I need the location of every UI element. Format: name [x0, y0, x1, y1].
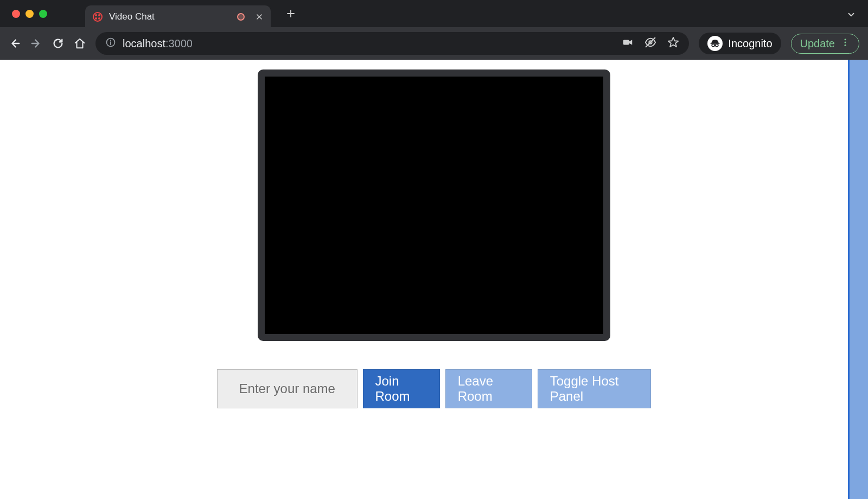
window-controls — [0, 10, 47, 18]
recording-indicator-icon — [237, 13, 245, 21]
name-input[interactable] — [218, 381, 357, 396]
name-input-wrapper — [217, 369, 358, 408]
window-minimize-button[interactable] — [25, 10, 34, 18]
page-viewport: Join Room Leave Room Toggle Host Panel — [0, 60, 868, 499]
update-label: Update — [800, 37, 835, 50]
address-bar[interactable]: localhost:3000 — [95, 32, 689, 55]
site-info-icon[interactable] — [105, 37, 116, 50]
incognito-icon — [707, 36, 723, 51]
incognito-label: Incognito — [728, 37, 772, 50]
svg-point-8 — [845, 44, 846, 46]
tab-favicon-icon — [93, 12, 103, 22]
close-tab-button[interactable] — [256, 13, 263, 21]
tab-list-dropdown[interactable] — [846, 10, 856, 22]
new-tab-button[interactable] — [286, 9, 296, 18]
svg-point-7 — [845, 41, 846, 43]
browser-toolbar: localhost:3000 Incognito Update — [0, 27, 868, 60]
svg-point-1 — [110, 40, 111, 41]
side-panel-strip[interactable] — [850, 60, 868, 499]
svg-point-6 — [845, 39, 846, 40]
update-button[interactable]: Update — [791, 34, 860, 54]
svg-rect-2 — [623, 40, 629, 45]
controls-row: Join Room Leave Room Toggle Host Panel — [217, 369, 651, 408]
svg-point-4 — [712, 44, 714, 47]
title-bar: Video Chat — [0, 0, 868, 27]
url-host: localhost — [123, 37, 165, 49]
back-button[interactable] — [9, 37, 21, 49]
window-maximize-button[interactable] — [39, 10, 47, 18]
video-preview — [265, 77, 603, 334]
browser-chrome: Video Chat l — [0, 0, 868, 60]
leave-room-button[interactable]: Leave Room — [445, 369, 532, 408]
bookmark-icon[interactable] — [667, 36, 679, 51]
video-preview-frame — [258, 70, 610, 341]
url-text: localhost:3000 — [123, 37, 193, 50]
tab-title: Video Chat — [109, 11, 155, 22]
reload-button[interactable] — [52, 37, 64, 49]
home-button[interactable] — [74, 37, 86, 49]
toggle-host-panel-button[interactable]: Toggle Host Panel — [538, 369, 651, 408]
omnibox-actions — [622, 36, 679, 51]
browser-tab[interactable]: Video Chat — [85, 5, 271, 28]
forward-button[interactable] — [30, 37, 42, 49]
svg-point-5 — [716, 44, 718, 47]
camera-indicator-icon[interactable] — [622, 36, 634, 51]
url-port: :3000 — [165, 37, 193, 49]
tracking-protection-icon[interactable] — [644, 36, 656, 51]
window-close-button[interactable] — [12, 10, 20, 18]
menu-icon — [840, 37, 850, 50]
join-room-button[interactable]: Join Room — [363, 369, 440, 408]
incognito-indicator[interactable]: Incognito — [699, 33, 781, 54]
